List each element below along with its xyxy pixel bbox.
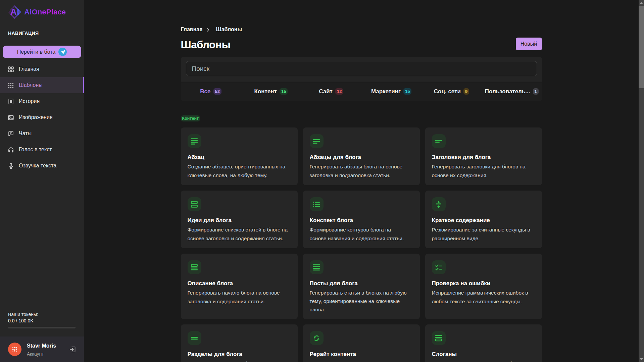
svg-text:AI: AI bbox=[10, 7, 19, 17]
